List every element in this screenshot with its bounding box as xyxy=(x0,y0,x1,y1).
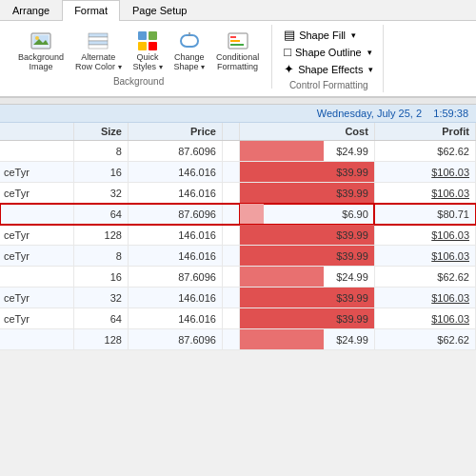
cell-blank xyxy=(222,308,239,329)
cell-cost: $24.99 xyxy=(240,329,375,350)
cell-blank xyxy=(222,141,239,162)
cell-size: 32 xyxy=(74,288,129,308)
cost-value: $24.99 xyxy=(330,269,374,285)
cost-bar xyxy=(240,329,324,349)
cell-profit: $62.62 xyxy=(374,267,475,288)
ribbon-content: BackgroundImage AlternateRow Color ▾ xyxy=(0,21,476,96)
cell-name: ceTyr xyxy=(0,246,74,267)
cell-profit: $106.03 xyxy=(374,308,475,329)
divider xyxy=(0,97,476,105)
cell-profit: $106.03 xyxy=(374,288,475,308)
table-row: ceTyr 32 146.016 $39.99 $106.03 xyxy=(0,288,476,308)
shape-fill-icon: ▤ xyxy=(284,28,295,42)
shape-outline-arrow: ▾ xyxy=(367,48,372,57)
cost-bar-wrapper: $39.99 xyxy=(240,225,374,245)
tab-format[interactable]: Format xyxy=(62,0,120,21)
cell-cost: $24.99 xyxy=(240,267,375,288)
table-row: 8 87.6096 $24.99 $62.62 xyxy=(0,141,476,162)
cell-name: ceTyr xyxy=(0,225,74,246)
alternate-row-icon xyxy=(87,30,109,52)
cell-size: 128 xyxy=(74,329,129,350)
col-header-profit: Profit xyxy=(374,123,475,141)
svg-rect-16 xyxy=(230,40,240,42)
cell-profit: $106.03 xyxy=(374,246,475,267)
col-header-name xyxy=(0,123,74,141)
cost-bar-wrapper: $39.99 xyxy=(240,183,374,203)
cell-cost: $6.90 xyxy=(240,204,375,225)
conditional-formatting-button[interactable]: ConditionalFormatting xyxy=(211,27,264,74)
cost-bar-wrapper: $39.99 xyxy=(240,246,374,266)
cell-price: 146.016 xyxy=(128,225,222,246)
cell-size: 16 xyxy=(74,162,129,183)
cell-price: 146.016 xyxy=(128,162,222,183)
svg-rect-11 xyxy=(149,42,157,50)
cell-cost: $39.99 xyxy=(240,288,375,308)
cost-value: $24.99 xyxy=(330,144,374,159)
shape-outline-label: Shape Outline xyxy=(295,47,362,58)
shape-outline-button[interactable]: □ Shape Outline ▾ xyxy=(280,44,377,60)
cell-name: ceTyr xyxy=(0,308,74,329)
quick-styles-button[interactable]: QuickStyles ▾ xyxy=(129,27,168,74)
cell-blank xyxy=(222,204,239,225)
col-header-size: Size xyxy=(74,123,129,141)
table-body: 8 87.6096 $24.99 $62.62 ceTyr 16 146.016… xyxy=(0,141,476,350)
svg-rect-17 xyxy=(230,44,244,46)
data-table: Size Price Cost Profit 8 87.6096 $24.99 … xyxy=(0,123,476,350)
shape-effects-label: Shape Effects xyxy=(298,64,363,75)
cell-cost: $39.99 xyxy=(240,162,375,183)
cell-blank xyxy=(222,329,239,350)
tab-arrange[interactable]: Arrange xyxy=(0,0,62,20)
cell-price: 146.016 xyxy=(128,246,222,267)
svg-rect-4 xyxy=(89,33,108,37)
table-row: ceTyr 64 146.016 $39.99 $106.03 xyxy=(0,308,476,329)
data-table-container: Size Price Cost Profit 8 87.6096 $24.99 … xyxy=(0,123,476,350)
cost-value: $39.99 xyxy=(330,311,374,327)
col-header-cost: Cost xyxy=(240,123,375,141)
cell-profit: $62.62 xyxy=(374,329,475,350)
cell-blank xyxy=(222,162,239,183)
cell-name xyxy=(0,267,74,288)
cell-price: 146.016 xyxy=(128,308,222,329)
cell-profit: $62.62 xyxy=(374,141,475,162)
change-shape-button[interactable]: ChangeShape ▾ xyxy=(169,27,210,74)
svg-rect-9 xyxy=(149,31,157,40)
col-header-blank xyxy=(222,123,239,141)
cell-name: ceTyr xyxy=(0,183,74,204)
table-row: ceTyr 128 146.016 $39.99 $106.03 xyxy=(0,225,476,246)
alternate-row-color-button[interactable]: AlternateRow Color ▾ xyxy=(70,27,127,74)
cost-bar-wrapper: $24.99 xyxy=(240,141,374,161)
cost-bar-wrapper: $24.99 xyxy=(240,329,374,349)
cost-value: $6.90 xyxy=(336,207,374,222)
shape-fill-button[interactable]: ▤ Shape Fill ▾ xyxy=(280,27,377,43)
background-image-icon xyxy=(30,30,52,52)
cell-blank xyxy=(222,288,239,308)
cell-cost: $24.99 xyxy=(240,141,375,162)
cell-size: 64 xyxy=(74,204,129,225)
cost-bar xyxy=(240,204,263,224)
cost-value: $39.99 xyxy=(330,290,374,306)
cell-profit: $106.03 xyxy=(374,183,475,204)
conditional-formatting-icon xyxy=(227,30,249,52)
svg-rect-7 xyxy=(89,45,108,49)
time-text: 1:59:38 xyxy=(433,108,468,119)
background-group-label: Background xyxy=(113,76,164,87)
svg-rect-15 xyxy=(230,36,236,38)
cost-bar-wrapper: $39.99 xyxy=(240,288,374,307)
tab-page-setup[interactable]: Page Setup xyxy=(120,0,200,20)
ribbon-group-background: BackgroundImage AlternateRow Color ▾ xyxy=(6,25,272,89)
shape-effects-icon: ✦ xyxy=(284,62,294,76)
cost-bar-wrapper: $39.99 xyxy=(240,162,374,182)
cell-cost: $39.99 xyxy=(240,308,375,329)
cell-size: 8 xyxy=(74,246,129,267)
background-image-button[interactable]: BackgroundImage xyxy=(13,27,69,74)
cell-profit: $106.03 xyxy=(374,162,475,183)
cell-size: 64 xyxy=(74,308,129,329)
background-image-label: BackgroundImage xyxy=(18,52,64,71)
date-bar: Wednesday, July 25, 2 1:59:38 xyxy=(0,105,476,123)
shape-fill-arrow: ▾ xyxy=(351,30,356,40)
cell-name xyxy=(0,141,74,162)
quick-styles-icon xyxy=(136,30,159,52)
control-formatting-label: Control Formatting xyxy=(280,80,377,90)
shape-effects-button[interactable]: ✦ Shape Effects ▾ xyxy=(280,61,377,77)
cell-price: 146.016 xyxy=(128,288,222,308)
